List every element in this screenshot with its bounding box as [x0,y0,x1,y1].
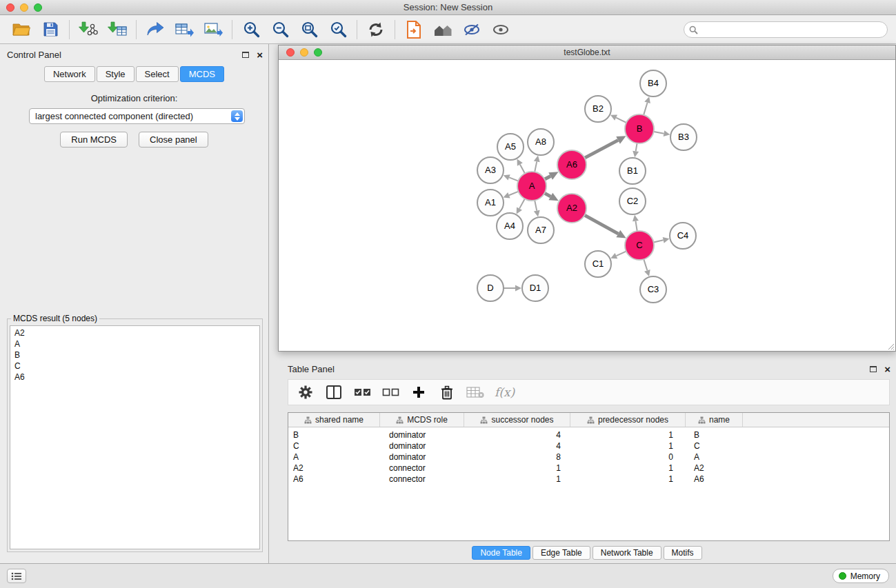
result-item[interactable]: A6 [14,372,259,383]
graph-edge-A-A8[interactable] [535,161,537,172]
table-row[interactable]: Bdominator41B [288,429,889,440]
table-row[interactable]: Adominator80A [288,452,889,463]
tab-select[interactable]: Select [136,66,179,82]
toggle-columns-button[interactable] [325,382,343,403]
minimize-window-button[interactable] [20,3,28,12]
float-table-panel-icon[interactable] [870,366,877,372]
zoom-out-button[interactable] [266,17,295,43]
task-history-button[interactable] [7,569,26,583]
graph-node-A[interactable]: A [517,172,546,201]
table-row[interactable]: A2connector11A2 [288,463,889,474]
graph-edge-B-B4[interactable] [644,103,648,116]
minimize-network-window-button[interactable] [300,48,308,57]
graph-edge-B-B2[interactable] [616,118,627,123]
open-file-button[interactable] [7,17,36,43]
close-table-panel-icon[interactable]: × [884,364,890,374]
graph-node-A7[interactable]: A7 [528,217,554,243]
tab-node-table[interactable]: Node Table [472,546,530,560]
graph-edge-A2-C[interactable] [584,215,619,234]
graph-edge-A-A5[interactable] [520,164,526,174]
search-input[interactable] [684,21,888,38]
graph-edge-A-A1[interactable] [509,191,519,195]
graph-node-C1[interactable]: C1 [585,251,611,277]
tab-style[interactable]: Style [97,66,135,82]
tab-motifs[interactable]: Motifs [664,546,702,560]
column-header-predecessor-nodes[interactable]: predecessor nodes [570,413,686,427]
close-network-window-button[interactable] [286,48,295,57]
graph-node-A1[interactable]: A1 [477,190,504,216]
export-image-button[interactable] [199,17,228,43]
table-row[interactable]: A6connector11A6 [288,474,889,485]
close-panel-icon[interactable]: × [257,50,263,60]
graph-node-B1[interactable]: B1 [619,158,646,184]
add-column-button[interactable] [410,382,428,403]
close-panel-button[interactable]: Close panel [139,132,208,148]
graph-node-A5[interactable]: A5 [497,134,524,160]
zoom-fit-button[interactable] [295,17,323,43]
graph-edge-A-A3[interactable] [509,177,519,181]
delete-table-button[interactable] [466,382,484,403]
graph-node-C3[interactable]: C3 [640,276,666,303]
graph-node-D1[interactable]: D1 [522,275,548,301]
deselect-all-button[interactable] [381,382,399,403]
zoom-selected-button[interactable] [323,17,352,43]
apply-layout-button[interactable] [361,17,390,43]
memory-button[interactable]: Memory [833,569,889,583]
zoom-network-window-button[interactable] [314,48,322,57]
column-header-successor-nodes[interactable]: successor nodes [464,413,570,427]
graph-node-A6[interactable]: A6 [557,150,586,179]
graph-node-A8[interactable]: A8 [528,129,554,155]
graph-node-B4[interactable]: B4 [640,70,666,97]
export-network-button[interactable] [141,17,170,43]
delete-column-button[interactable] [438,382,456,403]
graph-node-A3[interactable]: A3 [477,157,504,183]
graph-edge-A-A4[interactable] [519,199,525,209]
network-canvas[interactable]: AA6A2BCA1A3A4A5A7A8B1B2B3B4C1C2C3C4DD1 [279,60,895,351]
zoom-in-button[interactable] [237,17,266,43]
import-network-button[interactable] [74,17,103,43]
result-item[interactable]: A2 [14,327,259,338]
tab-network-table[interactable]: Network Table [593,546,661,560]
graph-node-A2[interactable]: A2 [557,194,586,223]
home-button[interactable] [428,17,457,43]
graph-edge-C-C4[interactable] [653,240,664,242]
network-window-titlebar[interactable]: testGlobe.txt [279,45,895,60]
float-panel-icon[interactable] [242,52,249,58]
graph-edge-C-C1[interactable] [616,251,626,256]
table-settings-button[interactable] [297,382,315,403]
graph-node-A4[interactable]: A4 [497,213,523,239]
result-item[interactable]: C [14,361,259,372]
import-table-button[interactable] [103,17,132,43]
show-all-button[interactable] [486,17,515,43]
run-mcds-button[interactable]: Run MCDS [60,132,128,148]
tab-network[interactable]: Network [44,66,95,82]
select-all-button[interactable] [353,382,371,403]
graph-edge-A-A7[interactable] [535,200,537,211]
hide-selected-button[interactable] [457,17,486,43]
result-item[interactable]: B [14,349,259,361]
tab-edge-table[interactable]: Edge Table [532,546,590,560]
network-document-button[interactable] [399,17,428,43]
column-header-name[interactable]: name [686,413,743,427]
graph-edge-C-C3[interactable] [644,258,647,270]
resize-grip[interactable] [886,342,895,350]
column-header-mcds-role[interactable]: MCDS role [380,413,464,427]
function-builder-button[interactable]: f(x) [495,382,515,403]
graph-node-C2[interactable]: C2 [619,188,646,214]
save-session-button[interactable] [36,17,65,43]
graph-node-C4[interactable]: C4 [670,223,696,249]
tab-mcds[interactable]: MCDS [180,66,224,82]
column-header-shared-name[interactable]: shared name [288,413,380,427]
graph-node-B2[interactable]: B2 [585,96,611,122]
graph-node-C[interactable]: C [625,231,654,260]
zoom-window-button[interactable] [34,3,42,12]
table-row[interactable]: Cdominator41C [288,440,889,452]
graph-node-D[interactable]: D [477,275,504,301]
graph-edge-C-C2[interactable] [635,221,637,232]
graph-node-B3[interactable]: B3 [670,124,697,150]
graph-edge-B-B3[interactable] [653,132,664,134]
optimization-criterion-select[interactable]: largest connected component (directed) [29,108,245,124]
graph-node-B[interactable]: B [625,114,654,143]
graph-edge-A6-B[interactable] [584,140,618,158]
close-window-button[interactable] [6,3,14,12]
